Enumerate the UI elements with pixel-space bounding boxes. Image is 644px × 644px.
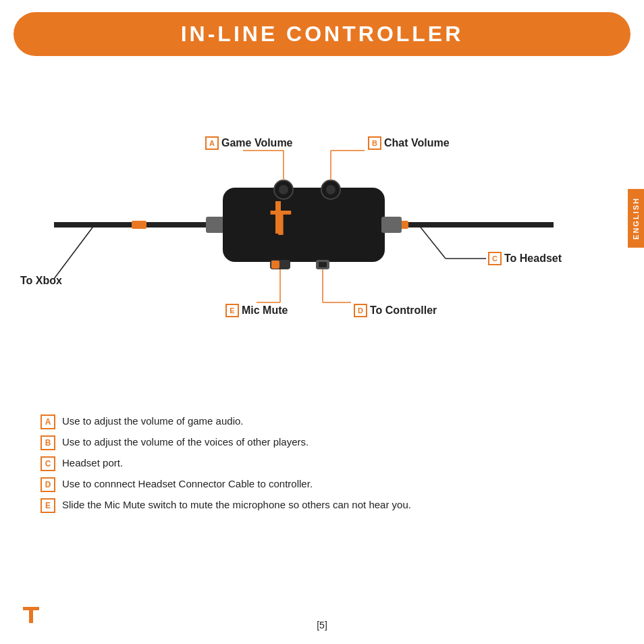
badge-b: B (41, 435, 55, 450)
badge-a: A (41, 414, 55, 429)
svg-rect-6 (381, 217, 402, 233)
svg-point-10 (279, 185, 288, 194)
desc-item-b: B Use to adjust the volume of the voices… (41, 435, 603, 450)
svg-rect-16 (319, 262, 327, 267)
footer: [5] (0, 620, 644, 630)
logo-icon (20, 604, 42, 626)
svg-rect-14 (271, 261, 279, 269)
svg-text:C: C (492, 254, 498, 263)
svg-text:To Xbox: To Xbox (20, 275, 62, 286)
header-bar: IN-LINE CONTROLLER (14, 12, 630, 56)
diagram-area: T A Game Volume (0, 70, 644, 400)
svg-text:To Headset: To Headset (504, 252, 562, 264)
badge-d: D (41, 477, 55, 492)
svg-point-12 (326, 185, 336, 194)
desc-item-a: A Use to adjust the volume of game audio… (41, 414, 603, 429)
desc-item-c: C Headset port. (41, 456, 603, 471)
svg-rect-45 (29, 607, 33, 623)
desc-text-d: Use to connnect Headset Connector Cable … (62, 477, 313, 491)
desc-text-b: Use to adjust the volume of the voices o… (62, 435, 308, 449)
badge-c: C (41, 456, 55, 471)
description-list: A Use to adjust the volume of game audio… (0, 414, 644, 513)
desc-text-a: Use to adjust the volume of game audio. (62, 414, 244, 428)
footer-logo (20, 604, 42, 630)
svg-text:A: A (209, 139, 215, 147)
desc-text-c: Headset port. (62, 456, 123, 470)
badge-e: E (41, 498, 55, 513)
svg-text:To Controller: To Controller (370, 304, 437, 316)
page-number: [5] (317, 620, 327, 630)
desc-item-e: E Slide the Mic Mute switch to mute the … (41, 498, 603, 513)
svg-rect-5 (223, 188, 385, 262)
svg-text:Chat Volume: Chat Volume (384, 137, 450, 149)
page-title: IN-LINE CONTROLLER (14, 22, 630, 47)
svg-line-27 (54, 225, 95, 279)
svg-text:D: D (358, 306, 363, 315)
svg-text:B: B (372, 139, 377, 147)
svg-rect-8 (275, 201, 281, 234)
desc-item-d: D Use to connnect Headset Connector Cabl… (41, 477, 603, 492)
svg-rect-2 (132, 221, 146, 229)
desc-text-e: Slide the Mic Mute switch to mute the mi… (62, 498, 411, 512)
svg-text:Mic Mute: Mic Mute (242, 304, 288, 316)
svg-text:E: E (230, 306, 234, 315)
diagram-svg: T A Game Volume (0, 70, 608, 380)
svg-text:Game Volume: Game Volume (221, 137, 293, 149)
svg-line-21 (419, 225, 446, 259)
